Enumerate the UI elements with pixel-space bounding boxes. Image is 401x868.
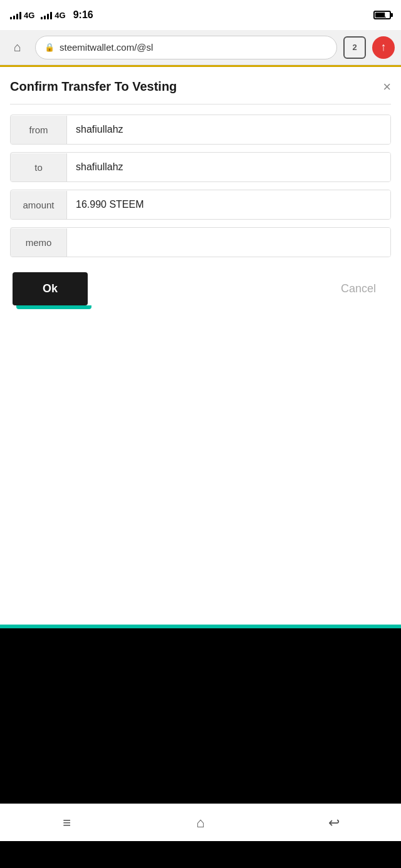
- menu-button[interactable]: ≡: [51, 807, 83, 839]
- signal-bar: [16, 14, 18, 19]
- signal-bar: [13, 16, 15, 19]
- ok-button[interactable]: Ok: [13, 272, 88, 305]
- teal-bar: [0, 625, 401, 628]
- browser-home-button[interactable]: ⌂: [6, 36, 29, 59]
- dialog-title: Confirm Transfer To Vesting: [10, 79, 177, 94]
- to-value: shafiullahz: [67, 153, 390, 181]
- battery-icon: 61: [373, 11, 391, 19]
- to-field: to shafiullahz: [10, 152, 391, 182]
- home-button[interactable]: ⌂: [185, 807, 216, 839]
- signal-bar: [44, 16, 46, 19]
- browser-url-bar[interactable]: 🔒 steemitwallet.com/@sl: [35, 36, 337, 59]
- url-text: steemitwallet.com/@sl: [60, 42, 153, 53]
- button-row: Ok Cancel: [10, 272, 391, 305]
- status-right: 61: [373, 11, 391, 19]
- signal-bar: [50, 12, 52, 19]
- android-nav-bar: ≡ ⌂ ↩: [0, 804, 401, 841]
- amount-label: amount: [11, 191, 67, 219]
- browser-bar: ⌂ 🔒 steemitwallet.com/@sl 2 ↑: [0, 30, 401, 65]
- network-type-1: 4G: [24, 11, 34, 20]
- dialog-divider: [10, 104, 391, 105]
- battery-level: 61: [379, 12, 386, 19]
- memo-input[interactable]: [67, 228, 390, 257]
- to-label: to: [11, 153, 67, 181]
- tab-count: 2: [352, 43, 357, 52]
- status-time: 9:16: [73, 9, 93, 21]
- browser-tab-button[interactable]: 2: [343, 36, 366, 59]
- from-value: shafiullahz: [67, 115, 390, 144]
- dialog-header: Confirm Transfer To Vesting ×: [10, 79, 391, 94]
- signal-bar: [47, 14, 49, 19]
- close-button[interactable]: ×: [383, 80, 391, 94]
- browser-action-button[interactable]: ↑: [372, 36, 395, 59]
- page-content: Confirm Transfer To Vesting × from shafi…: [0, 65, 401, 628]
- from-field: from shafiullahz: [10, 115, 391, 145]
- signal-bars-1: [10, 11, 21, 19]
- memo-label: memo: [11, 228, 67, 257]
- status-bar: 4G 4G 9:16 61: [0, 0, 401, 30]
- signal-bar: [10, 17, 12, 19]
- lock-icon: 🔒: [44, 43, 55, 52]
- signal-bars-2: [41, 11, 52, 19]
- signal-bar: [19, 12, 21, 19]
- from-label: from: [11, 116, 67, 144]
- amount-value: 16.990 STEEM: [67, 190, 390, 219]
- black-area: [0, 628, 401, 804]
- menu-icon: ≡: [63, 815, 71, 831]
- status-left: 4G 4G 9:16: [10, 9, 93, 21]
- cancel-button[interactable]: Cancel: [328, 272, 388, 305]
- home-icon: ⌂: [196, 815, 204, 831]
- amount-field: amount 16.990 STEEM: [10, 190, 391, 220]
- network-type-2: 4G: [55, 11, 65, 20]
- up-icon: ↑: [381, 41, 387, 54]
- signal-bar: [41, 17, 43, 19]
- home-icon: ⌂: [14, 40, 21, 54]
- memo-field: memo: [10, 227, 391, 257]
- back-button[interactable]: ↩: [318, 807, 350, 839]
- confirm-dialog: Confirm Transfer To Vesting × from shafi…: [0, 67, 401, 318]
- back-icon: ↩: [328, 815, 340, 831]
